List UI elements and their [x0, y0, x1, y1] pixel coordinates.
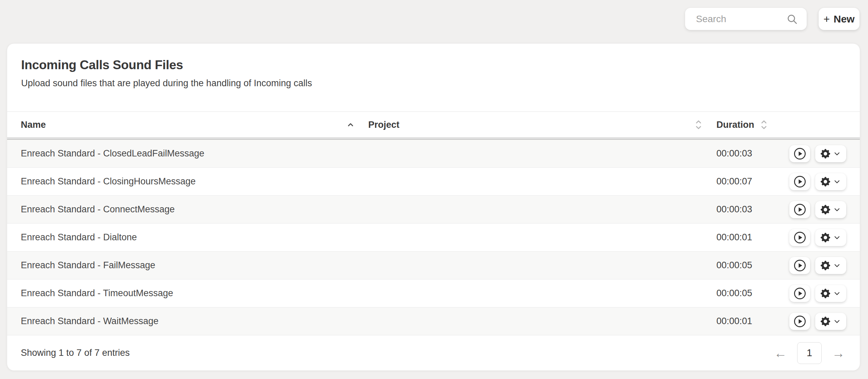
settings-dropdown-button[interactable]	[815, 173, 846, 190]
play-button[interactable]	[789, 145, 810, 162]
row-actions	[775, 285, 846, 302]
column-label-duration: Duration	[716, 120, 754, 130]
play-circle-icon	[793, 259, 807, 272]
play-button[interactable]	[789, 257, 810, 274]
sound-file-duration: 00:00:03	[716, 204, 752, 214]
page-number-input[interactable]	[797, 342, 822, 364]
search-input[interactable]	[685, 14, 786, 25]
gear-icon	[821, 149, 830, 158]
card-header: Incoming Calls Sound Files Upload sound …	[7, 44, 860, 111]
column-header-name[interactable]: Name	[21, 120, 361, 130]
page-title: Incoming Calls Sound Files	[21, 58, 846, 72]
sound-file-name: Enreach Standard - ConnectMessage	[21, 204, 175, 214]
sound-file-name: Enreach Standard - WaitMessage	[21, 316, 158, 326]
sound-file-duration: 00:00:05	[716, 288, 752, 298]
sound-file-name-cell: Enreach Standard - ClosedLeadFailMessage	[21, 148, 361, 159]
column-label-name: Name	[21, 120, 46, 130]
settings-dropdown-button[interactable]	[815, 201, 846, 218]
chevron-down-icon	[833, 234, 841, 241]
new-button-label: New	[834, 13, 855, 25]
arrow-left-icon: ←	[774, 346, 787, 360]
search-icon	[786, 13, 798, 25]
column-header-duration[interactable]: Duration	[709, 119, 775, 131]
play-button[interactable]	[789, 285, 810, 302]
sort-both-icon	[760, 119, 768, 131]
page-subtitle: Upload sound files that are played durin…	[21, 78, 846, 89]
sound-file-duration: 00:00:01	[716, 316, 752, 326]
gear-icon	[821, 233, 830, 242]
play-circle-icon	[793, 147, 807, 161]
sound-file-name: Enreach Standard - Dialtone	[21, 232, 137, 242]
play-button[interactable]	[789, 313, 810, 330]
row-actions	[775, 145, 846, 162]
sound-file-name-cell: Enreach Standard - ConnectMessage	[21, 204, 361, 215]
settings-dropdown-button[interactable]	[815, 313, 846, 330]
table-body: Enreach Standard - ClosedLeadFailMessage…	[7, 140, 860, 335]
table-footer: Showing 1 to 7 of 7 entries ← →	[7, 335, 860, 370]
sound-file-duration-cell: 00:00:05	[709, 260, 775, 271]
plus-icon: +	[823, 14, 830, 25]
next-page-button[interactable]: →	[831, 347, 846, 360]
play-circle-icon	[793, 175, 807, 188]
column-header-project[interactable]: Project	[361, 119, 709, 131]
chevron-down-icon	[833, 178, 841, 185]
row-actions	[775, 257, 846, 274]
play-circle-icon	[793, 203, 807, 216]
chevron-down-icon	[833, 150, 841, 157]
sound-file-duration-cell: 00:00:05	[709, 288, 775, 299]
sound-file-name: Enreach Standard - ClosingHoursMessage	[21, 176, 196, 186]
sound-file-name-cell: Enreach Standard - FailMessage	[21, 260, 361, 271]
sound-file-duration-cell: 00:00:03	[709, 148, 775, 159]
table-row: Enreach Standard - ClosedLeadFailMessage…	[7, 140, 860, 168]
table-row: Enreach Standard - ClosingHoursMessage 0…	[7, 168, 860, 196]
sound-file-duration-cell: 00:00:03	[709, 204, 775, 215]
settings-dropdown-button[interactable]	[815, 145, 846, 162]
gear-icon	[821, 205, 830, 214]
play-circle-icon	[793, 287, 807, 300]
new-button[interactable]: + New	[819, 8, 859, 30]
table-row: Enreach Standard - Dialtone 00:00:01	[7, 224, 860, 252]
table-row: Enreach Standard - ConnectMessage 00:00:…	[7, 196, 860, 224]
sound-file-name: Enreach Standard - TimeoutMessage	[21, 288, 173, 298]
sound-file-duration: 00:00:03	[716, 148, 752, 158]
arrow-right-icon: →	[832, 346, 845, 360]
entries-summary: Showing 1 to 7 of 7 entries	[21, 348, 130, 358]
sound-file-name-cell: Enreach Standard - ClosingHoursMessage	[21, 176, 361, 187]
sound-file-duration-cell: 00:00:01	[709, 316, 775, 327]
column-label-project: Project	[368, 120, 400, 130]
chevron-down-icon	[833, 290, 841, 297]
row-actions	[775, 313, 846, 330]
sound-file-name-cell: Enreach Standard - WaitMessage	[21, 316, 361, 327]
previous-page-button[interactable]: ←	[773, 347, 788, 360]
play-circle-icon	[793, 231, 807, 244]
settings-dropdown-button[interactable]	[815, 229, 846, 246]
gear-icon	[821, 289, 830, 298]
search-box	[685, 8, 807, 30]
incoming-calls-sound-files-card: Incoming Calls Sound Files Upload sound …	[7, 44, 860, 370]
gear-icon	[821, 317, 830, 326]
row-actions	[775, 201, 846, 218]
row-actions	[775, 229, 846, 246]
table-row: Enreach Standard - WaitMessage 00:00:01	[7, 307, 860, 335]
sound-file-name: Enreach Standard - FailMessage	[21, 260, 155, 270]
sound-file-duration-cell: 00:00:01	[709, 232, 775, 243]
table-row: Enreach Standard - TimeoutMessage 00:00:…	[7, 279, 860, 307]
play-circle-icon	[793, 315, 807, 328]
chevron-down-icon	[833, 318, 841, 325]
table-row: Enreach Standard - FailMessage 00:00:05	[7, 252, 860, 279]
sound-file-name: Enreach Standard - ClosedLeadFailMessage	[21, 148, 204, 158]
settings-dropdown-button[interactable]	[815, 285, 846, 302]
gear-icon	[821, 177, 830, 186]
gear-icon	[821, 261, 830, 270]
sort-both-icon	[695, 119, 702, 131]
play-button[interactable]	[789, 173, 810, 190]
sound-file-duration: 00:00:05	[716, 260, 752, 270]
play-button[interactable]	[789, 229, 810, 246]
row-actions	[775, 173, 846, 190]
chevron-down-icon	[833, 262, 841, 269]
pagination: ← →	[773, 342, 846, 364]
chevron-down-icon	[833, 206, 841, 213]
play-button[interactable]	[789, 201, 810, 218]
settings-dropdown-button[interactable]	[815, 257, 846, 274]
sound-file-name-cell: Enreach Standard - Dialtone	[21, 232, 361, 243]
